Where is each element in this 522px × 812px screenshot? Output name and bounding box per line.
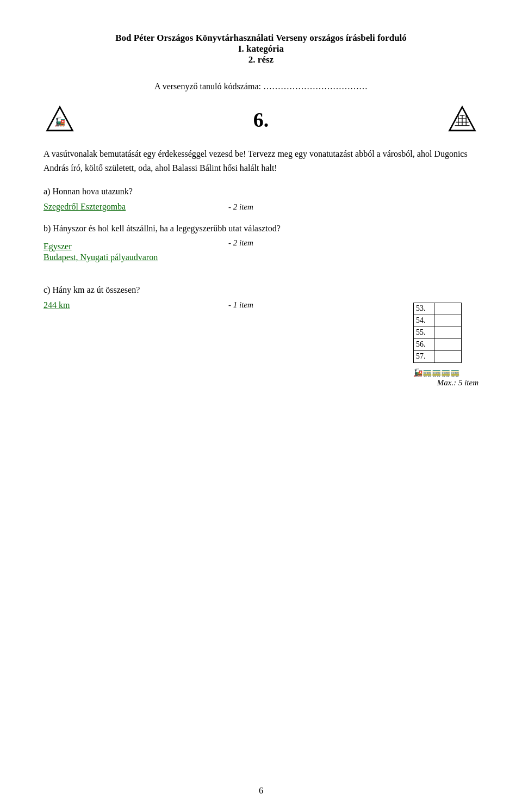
grid-building-icon xyxy=(448,105,477,134)
scoring-cell: 53. xyxy=(414,303,434,315)
scoring-cell: 56. xyxy=(414,339,434,350)
code-line: A versenyző tanuló kódszáma: ……………………………… xyxy=(44,82,478,91)
scoring-value-cell xyxy=(434,315,462,327)
answer-row-a: Szegedről Esztergomba - 2 item xyxy=(44,202,478,212)
page: Bod Péter Országos Könyvtárhasználati Ve… xyxy=(0,0,522,812)
scoring-cell: 57. xyxy=(414,350,434,362)
question-c: c) Hány km az út összesen? xyxy=(44,283,478,297)
answer-block-b: Egyszer Budapest, Nyugati pályaudvaron xyxy=(44,242,228,263)
item-label-a: - 2 item xyxy=(228,202,253,212)
item-label-b: - 2 item xyxy=(228,238,253,248)
scoring-cell: 55. xyxy=(414,327,434,339)
answer-b-line1: Egyszer xyxy=(44,242,228,251)
answer-b-line2: Budapest, Nyugati pályaudvaron xyxy=(44,253,228,262)
section-number: 6. xyxy=(253,108,269,132)
scoring-value-cell xyxy=(434,327,462,339)
scoring-value-cell xyxy=(434,350,462,362)
svg-text:🚂: 🚂 xyxy=(54,116,66,127)
scoring-table: 53.54.55.56.57. xyxy=(413,303,462,363)
scoring-cell: 54. xyxy=(414,315,434,327)
answer-c: 244 km xyxy=(44,300,228,310)
page-number: 6 xyxy=(259,786,263,796)
question-a: a) Honnan hova utazunk? xyxy=(44,184,478,199)
train-decoration-icon: 🚂🚃🚃🚃🚃 xyxy=(413,365,478,377)
answer-a: Szegedről Esztergomba xyxy=(44,202,228,212)
scoring-section: 53.54.55.56.57. 🚂🚃🚃🚃🚃 Max.: 5 item xyxy=(413,300,478,387)
scoring-value-cell xyxy=(434,339,462,350)
right-icon xyxy=(446,105,478,134)
train-icon-row: 🚂🚃🚃🚃🚃 xyxy=(413,365,478,377)
title-line3: 2. rész xyxy=(44,54,478,65)
title-line1: Bod Péter Országos Könyvtárhasználati Ve… xyxy=(44,33,478,44)
answer-c-container: 244 km xyxy=(44,300,228,310)
item-label-c: - 1 item xyxy=(228,300,253,310)
scoring-value-cell xyxy=(434,303,462,315)
svg-text:🚂🚃🚃🚃🚃: 🚂🚃🚃🚃🚃 xyxy=(413,368,460,377)
warning-train-icon: 🚂 xyxy=(45,105,74,134)
icon-row: 🚂 6. xyxy=(44,102,478,137)
page-header: Bod Péter Országos Könyvtárhasználati Ve… xyxy=(44,33,478,65)
intro-text1: A vasútvonalak bemutatását egy érdekessé… xyxy=(44,147,478,175)
max-label: Max.: 5 item xyxy=(413,378,478,387)
title-line2: I. kategória xyxy=(44,44,478,54)
left-icon: 🚂 xyxy=(44,105,76,134)
question-b: b) Hányszor és hol kell átszállni, ha a … xyxy=(44,222,478,236)
